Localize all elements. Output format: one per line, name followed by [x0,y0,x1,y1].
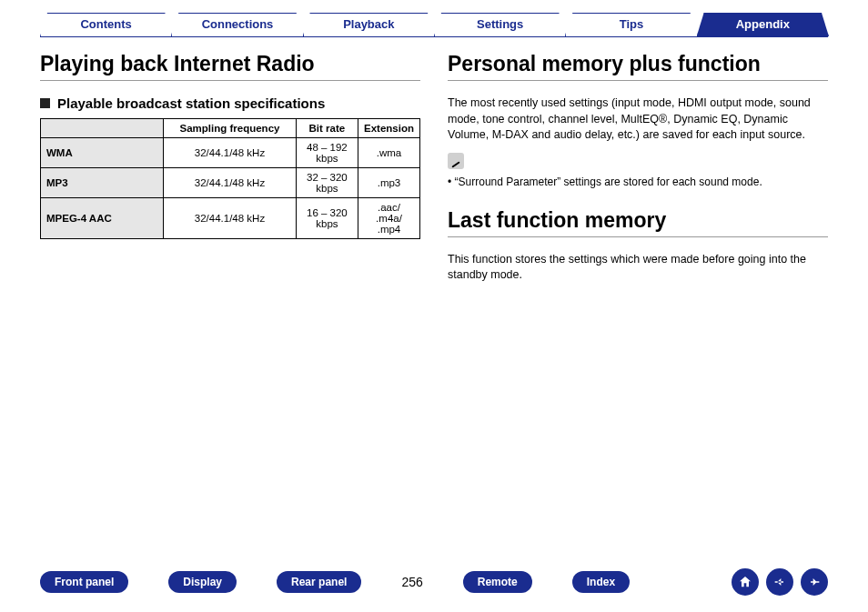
btn-remote[interactable]: Remote [463,571,532,593]
btn-front-panel[interactable]: Front panel [40,571,128,593]
pencil-note-icon [448,153,464,169]
heading-last-function: Last function memory [448,208,828,233]
para-last-function: This function stores the settings which … [448,252,828,284]
tab-tips[interactable]: Tips [565,13,697,36]
cell-sampling: 32/44.1/48 kHz [164,168,297,198]
page-number: 256 [401,575,422,589]
cell-extension: .wma [358,138,420,168]
nav-icons [732,568,828,596]
table-header-blank [41,119,164,138]
subheading-label: Playable broadcast station specification… [57,95,325,111]
rule [448,236,828,237]
cell-sampling: 32/44.1/48 kHz [164,138,297,168]
cell-bitrate: 32 – 320 kbps [296,168,358,198]
bottom-bar: Front panel Display Rear panel 256 Remot… [0,568,868,596]
tab-playback[interactable]: Playback [303,13,435,36]
heading-internet-radio: Playing back Internet Radio [40,52,420,76]
note-item: “Surround Parameter” settings are stored… [448,176,828,188]
th-bitrate: Bit rate [296,119,358,138]
th-extension: Extension [358,119,420,138]
para-personal-memory: The most recently used settings (input m… [448,95,828,144]
table-row: WMA 32/44.1/48 kHz 48 – 192 kbps .wma [41,138,420,168]
cell-extension: .aac/ .m4a/ .mp4 [358,198,420,239]
rule [40,80,420,81]
table-row: MP3 32/44.1/48 kHz 32 – 320 kbps .mp3 [41,168,420,198]
tab-contents[interactable]: Contents [40,13,172,36]
table-header-row: Sampling frequency Bit rate Extension [41,119,420,138]
cell-bitrate: 16 – 320 kbps [296,198,358,239]
table-row: MPEG-4 AAC 32/44.1/48 kHz 16 – 320 kbps … [41,198,420,239]
back-arrow-icon[interactable] [766,568,793,596]
tab-connections[interactable]: Connections [171,13,303,36]
square-bullet-icon [40,98,50,108]
th-sampling: Sampling frequency [164,119,297,138]
tab-settings[interactable]: Settings [434,13,566,36]
cell-format: MPEG-4 AAC [41,198,164,239]
rule [448,80,828,81]
top-tabs: Contents Connections Playback Settings T… [0,0,868,36]
right-column: Personal memory plus function The most r… [448,52,828,293]
specs-table: Sampling frequency Bit rate Extension WM… [40,118,420,239]
heading-personal-memory: Personal memory plus function [448,52,828,76]
cell-format: WMA [41,138,164,168]
forward-arrow-icon[interactable] [801,568,828,596]
subheading-playable-specs: Playable broadcast station specification… [40,95,420,111]
btn-index[interactable]: Index [572,571,630,593]
tab-appendix[interactable]: Appendix [697,13,829,36]
btn-rear-panel[interactable]: Rear panel [277,571,361,593]
note-list: “Surround Parameter” settings are stored… [448,176,828,188]
btn-display[interactable]: Display [168,571,237,593]
cell-format: MP3 [41,168,164,198]
cell-bitrate: 48 – 192 kbps [296,138,358,168]
cell-extension: .mp3 [358,168,420,198]
cell-sampling: 32/44.1/48 kHz [164,198,297,239]
home-icon[interactable] [732,568,759,596]
left-column: Playing back Internet Radio Playable bro… [40,52,420,293]
